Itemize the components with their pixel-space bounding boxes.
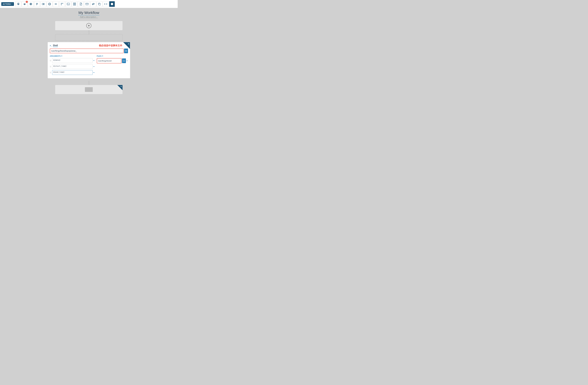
connector-line-area xyxy=(55,30,123,34)
svg-rect-28 xyxy=(73,5,74,5)
end-node[interactable]: ⚙ xyxy=(55,85,123,94)
two-col-layout: ARGUMENTS + ⁞⁞ ${date} − ⁞⁞ ${start_time… xyxy=(50,55,128,76)
actions-caret: ▼ xyxy=(11,3,13,5)
transfer-btn[interactable] xyxy=(90,1,96,7)
shell-prompt-icon: >_ xyxy=(50,45,52,47)
files-header: FILES + xyxy=(97,55,128,57)
workflow-description[interactable]: Add a description... xyxy=(80,16,98,18)
shell-toolbar-btn[interactable] xyxy=(65,1,71,7)
svg-point-22 xyxy=(61,4,62,5)
stop-btn[interactable] xyxy=(109,1,115,7)
argument-row-1: ⁞⁞ ${start_time} − xyxy=(50,64,95,69)
end-node-rect xyxy=(85,87,93,92)
svg-rect-30 xyxy=(75,5,76,5)
fs-btn[interactable] xyxy=(47,1,52,7)
svg-rect-25 xyxy=(73,3,74,3)
svg-rect-36 xyxy=(86,3,88,5)
svg-point-6 xyxy=(18,4,18,4)
remove-arg-0[interactable]: − xyxy=(93,59,95,62)
file-input-wrap-0: … xyxy=(97,58,122,63)
drag-handle-0[interactable]: ⁞⁞ xyxy=(50,59,51,62)
argument-input-1[interactable]: ${start_time} xyxy=(52,64,93,69)
svg-rect-38 xyxy=(111,3,113,5)
shell-card: ⚙ >_ Shell 都必须选中该脚本文件 ARGUMENT xyxy=(48,42,130,78)
drop-zone[interactable] xyxy=(55,34,123,41)
connector-line-bottom xyxy=(55,81,123,85)
connector-line xyxy=(89,30,89,34)
script-path-row xyxy=(50,48,128,53)
hive-btn[interactable] xyxy=(28,1,34,7)
workflow-canvas: ⚙ >_ Shell 都必须选中该脚本文件 ARGUMENT xyxy=(3,21,175,94)
argument-row-2: ⁞⁞ ${end_time} − xyxy=(50,70,95,75)
toolbar: ACTIONS ▼ 2 xyxy=(0,0,178,8)
copy-btn[interactable] xyxy=(97,1,102,7)
email-btn[interactable] xyxy=(84,1,90,7)
svg-point-7 xyxy=(18,4,19,4)
pig2-btn[interactable]: 2 xyxy=(22,1,27,7)
remove-file-0[interactable]: − xyxy=(126,60,128,62)
svg-rect-27 xyxy=(75,3,76,3)
sqoop-btn[interactable] xyxy=(53,1,59,7)
svg-point-5 xyxy=(18,4,19,4)
arguments-label: ARGUMENTS xyxy=(50,55,61,57)
document-btn[interactable] xyxy=(78,1,84,7)
argument-input-0[interactable]: ${date} xyxy=(52,58,93,63)
files-label: FILES xyxy=(97,55,102,57)
connector-line-2 xyxy=(89,81,89,85)
target-icon xyxy=(86,23,91,28)
target-inner xyxy=(88,25,90,26)
add-argument-btn[interactable]: + xyxy=(61,55,62,57)
workflow-title[interactable]: My Workflow xyxy=(78,11,99,15)
script-path-input[interactable] xyxy=(50,48,124,53)
svg-point-13 xyxy=(24,4,25,4)
svg-rect-24 xyxy=(67,3,70,5)
spark-btn[interactable] xyxy=(34,1,40,7)
file-open-btn-0[interactable] xyxy=(122,58,126,63)
actions-label: ACTIONS xyxy=(3,3,11,5)
svg-rect-37 xyxy=(99,3,100,5)
argument-input-2[interactable]: ${end_time} xyxy=(52,70,93,75)
mapreduce-btn[interactable] xyxy=(72,1,77,7)
gear-corner-icon: ⚙ xyxy=(128,43,129,45)
shell-header: >_ Shell 都必须选中该脚本文件 xyxy=(50,44,128,47)
arguments-header: ARGUMENTS + xyxy=(50,55,95,57)
drag-handle-2[interactable]: ⁞⁞ xyxy=(50,71,51,74)
add-file-btn[interactable]: + xyxy=(102,55,103,57)
drag-handle-1[interactable]: ⁞⁞ xyxy=(50,65,51,68)
actions-menu[interactable]: ACTIONS ▼ xyxy=(1,2,14,6)
script-open-btn[interactable] xyxy=(124,48,128,53)
shell-title: Shell xyxy=(53,44,58,47)
start-node[interactable] xyxy=(55,21,123,30)
pig-btn[interactable] xyxy=(16,1,21,7)
svg-rect-29 xyxy=(74,5,75,5)
svg-rect-26 xyxy=(74,3,75,3)
distcp-btn[interactable] xyxy=(41,1,46,7)
argument-row-0: ⁞⁞ ${date} − xyxy=(50,58,95,63)
gear-icon-bottom: ⚙ xyxy=(120,86,122,88)
annotation-text: 都必须选中该脚本文件 xyxy=(99,44,122,47)
file-path-input-0[interactable] xyxy=(97,58,121,63)
file-row-0: … − xyxy=(97,58,128,63)
files-col: FILES + … − xyxy=(97,55,128,76)
file-browse-btn-0[interactable]: … xyxy=(121,58,122,63)
pig2-badge: 2 xyxy=(26,1,28,3)
remove-arg-2[interactable]: − xyxy=(93,71,95,74)
main-canvas: My Workflow Add a description... ⚙ >_ xyxy=(0,8,178,112)
svg-marker-15 xyxy=(30,3,31,5)
code-btn[interactable] xyxy=(103,1,109,7)
bottom-node-area: ⚙ xyxy=(3,81,175,94)
remove-arg-1[interactable]: − xyxy=(93,65,95,68)
workflow-title-area: My Workflow Add a description... xyxy=(3,11,175,18)
git-btn[interactable] xyxy=(59,1,65,7)
arguments-col: ARGUMENTS + ⁞⁞ ${date} − ⁞⁞ ${start_time… xyxy=(50,55,95,76)
